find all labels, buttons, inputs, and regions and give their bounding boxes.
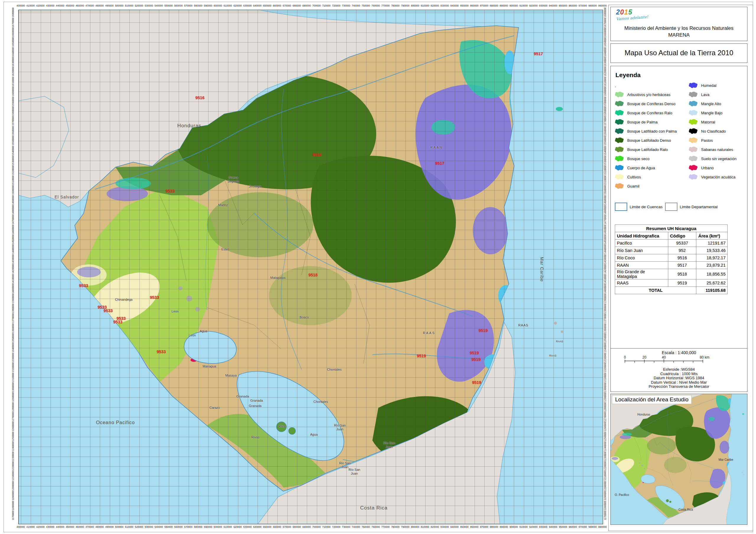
map-title: Mapa Uso Actual de la Tierra 2010 bbox=[611, 49, 747, 57]
limit-swatch bbox=[615, 202, 627, 211]
tick-label: 570000 bbox=[184, 4, 192, 7]
tick-label: 570000 bbox=[184, 525, 192, 528]
tick-label: 620000 bbox=[233, 4, 242, 7]
tick-label: 780000 bbox=[391, 4, 399, 7]
tick-label: 760000 bbox=[371, 525, 380, 528]
tick-label: 670000 bbox=[283, 4, 291, 7]
tick-label: 1650000 bbox=[604, 37, 607, 47]
tick-label: 590000 bbox=[204, 4, 212, 7]
scale-title: Escala : 1:400,000 bbox=[611, 350, 747, 355]
legend-item-label: Humedal bbox=[701, 83, 716, 88]
header-box: 2015 Vamos adelante! Ministerio del Ambi… bbox=[610, 7, 747, 41]
map-canvas bbox=[19, 10, 603, 524]
tick-label: 1500000 bbox=[604, 185, 607, 195]
ministry-title: Ministerio del Ambiente y los Recursos N… bbox=[611, 25, 747, 39]
tick-label: 950000 bbox=[559, 4, 567, 7]
tick-label: 1560000 bbox=[604, 126, 607, 136]
cell-codigo: 952 bbox=[668, 247, 696, 254]
tick-label: 580000 bbox=[194, 525, 202, 528]
tick-label: 530000 bbox=[145, 525, 153, 528]
tick-label: 1170000 bbox=[604, 511, 607, 520]
tick-label: 510000 bbox=[125, 525, 133, 528]
legend-swatch-icon bbox=[615, 92, 624, 98]
tick-label: 1380000 bbox=[12, 303, 14, 313]
table-row: Río San Juan 952 19,533.46 bbox=[615, 247, 728, 254]
tick-label: 970000 bbox=[579, 525, 587, 528]
tick-label: 1560000 bbox=[12, 126, 14, 136]
tick-label: 490000 bbox=[105, 525, 113, 528]
tick-label: 1190000 bbox=[12, 491, 14, 500]
tick-label: 550000 bbox=[165, 525, 173, 528]
tick-label: 660000 bbox=[273, 525, 281, 528]
table-row: Río Coco 9516 18,972.17 bbox=[615, 254, 728, 262]
tick-label: 1180000 bbox=[604, 501, 607, 510]
logo-year: 2015 bbox=[616, 8, 632, 16]
tick-label: 1410000 bbox=[604, 274, 607, 283]
tick-label: 1330000 bbox=[12, 353, 14, 362]
cell-area: 19,533.46 bbox=[696, 247, 728, 254]
tick-label: 1540000 bbox=[604, 146, 607, 155]
tick-label: 1320000 bbox=[12, 363, 14, 372]
tick-label: 1610000 bbox=[604, 76, 607, 86]
tick-label: 1350000 bbox=[12, 333, 14, 343]
legend-item-label: Bosque de Coníferas Denso bbox=[627, 102, 675, 106]
legend-column-right: Humedal Lava Mangle Alto bbox=[689, 81, 737, 182]
legend-item: Bosque de Coníferas Ralo bbox=[615, 108, 677, 118]
tick-label: 1350000 bbox=[604, 333, 607, 343]
legend-item: Guamil bbox=[615, 182, 677, 191]
scale-box: Escala : 1:400,000 0204080 km Esferoide … bbox=[610, 348, 747, 392]
tick-label: 730000 bbox=[342, 525, 350, 528]
tick-label: 1230000 bbox=[604, 451, 607, 461]
table-header-row: Unidad Hidrografica Código Área (km²) bbox=[615, 232, 728, 240]
tick-label: 740000 bbox=[352, 4, 360, 7]
tick-label: 1530000 bbox=[604, 155, 607, 165]
tick-label: 1660000 bbox=[12, 27, 14, 37]
legend-swatch-icon bbox=[689, 165, 698, 171]
tick-label: 1570000 bbox=[12, 116, 14, 126]
legend-item: Bosque Latifoliado Ralo bbox=[615, 145, 677, 154]
legend-swatch-icon bbox=[615, 137, 624, 144]
legend-item-label: Mangle Bajo bbox=[701, 111, 722, 115]
tick-label: 1620000 bbox=[12, 67, 14, 76]
ometepe-island bbox=[276, 422, 286, 432]
legend-item: Bosque de Palma bbox=[615, 118, 677, 127]
tick-label: 1630000 bbox=[12, 57, 14, 67]
cell-area: 23,879.21 bbox=[696, 262, 728, 269]
legend-swatch-icon bbox=[689, 128, 698, 134]
locator-title: Localización del Area Estudio bbox=[612, 395, 691, 404]
tick-label: 1400000 bbox=[12, 283, 14, 293]
tick-label: 870000 bbox=[480, 525, 488, 528]
tick-label: 1670000 bbox=[604, 17, 607, 27]
legend-item-label: Sabanas naturales bbox=[701, 147, 733, 152]
cell-unidad: Pacifico bbox=[615, 240, 668, 247]
tick-label: 870000 bbox=[480, 4, 488, 7]
tick-label: 540000 bbox=[154, 525, 163, 528]
tick-label: 540000 bbox=[154, 4, 163, 7]
tick-label: 1360000 bbox=[12, 323, 14, 333]
tick-label: 560000 bbox=[174, 4, 182, 7]
tick-label: 430000 bbox=[46, 525, 54, 528]
tick-label: 910000 bbox=[520, 4, 528, 7]
tick-label: 490000 bbox=[105, 4, 113, 7]
tick-label: 820000 bbox=[431, 4, 439, 7]
limit-label: Limite Departamental bbox=[680, 205, 717, 209]
legend-swatch-icon bbox=[689, 110, 698, 116]
legend-item: Cuerpo de Agua bbox=[615, 163, 677, 173]
projection-note-line: Cuadricula : 1000 Mts bbox=[611, 372, 747, 376]
legend-item-label: Arbustivos y/o herbáceas bbox=[627, 93, 670, 97]
tick-label: 830000 bbox=[441, 525, 449, 528]
tick-label: 1600000 bbox=[12, 87, 14, 96]
tick-label: 680000 bbox=[293, 4, 301, 7]
tick-label: 940000 bbox=[549, 525, 557, 528]
tick-label: 830000 bbox=[441, 4, 449, 7]
cell-area: 25,672.62 bbox=[696, 280, 728, 287]
legend-title: Leyenda bbox=[615, 71, 640, 79]
tick-label: 1640000 bbox=[604, 47, 607, 57]
table-row: Pacifico 95337 12191.67 bbox=[615, 240, 728, 247]
tick-label: 450000 bbox=[66, 4, 74, 7]
projection-note-line: Proyección Transversa de Mercator bbox=[611, 385, 747, 389]
scale-bar-label: 40 bbox=[662, 355, 666, 360]
legend-item-label: Urbano bbox=[701, 166, 714, 170]
tick-label: 850000 bbox=[460, 4, 468, 7]
legend-swatch-icon bbox=[689, 119, 698, 125]
